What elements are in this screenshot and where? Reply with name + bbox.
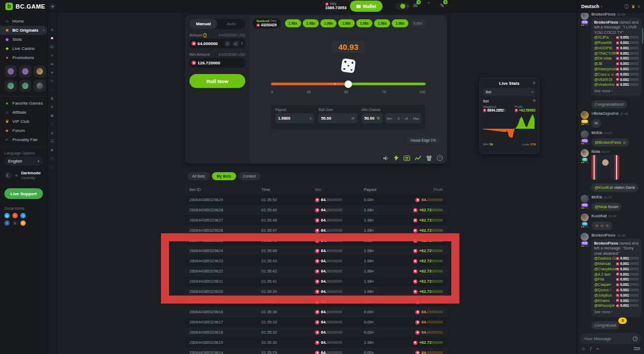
- chat-toggle-button[interactable]: ✎6: [440, 2, 444, 9]
- chat-scrollbar[interactable]: [642, 28, 643, 44]
- rail-game-icon[interactable]: ◇: [50, 156, 54, 161]
- sidebar-item-affiliate[interactable]: ○Affiliate: [0, 108, 47, 117]
- language-select[interactable]: English›: [4, 157, 43, 166]
- help-icon[interactable]: ?: [437, 155, 443, 161]
- sidebar-item-forum[interactable]: ■Forum: [0, 126, 47, 135]
- win-chance-button--5[interactable]: -5: [394, 117, 402, 120]
- rain-recipient-name[interactable]: @Whooopie: [594, 303, 615, 308]
- stats-mode-select[interactable]: Bet›: [483, 88, 536, 96]
- rail-game-icon[interactable]: ▲: [50, 130, 54, 135]
- chat-language-select[interactable]: Deutsch: [581, 4, 599, 9]
- chat-rules-icon[interactable]: ⓘ: [624, 4, 628, 10]
- rail-game-icon[interactable]: ●: [50, 36, 53, 41]
- rain-recipient-name[interactable]: @JB: [594, 61, 602, 67]
- sidebar-collapse-icon[interactable]: [49, 3, 56, 10]
- table-row[interactable]: 26064438532962701:35:4864.00000001.98×+6…: [185, 215, 447, 225]
- rain-recipient-name[interactable]: @Khamo: [594, 298, 610, 304]
- attach-icon[interactable]: ∞: [596, 346, 599, 351]
- gif-keyboard-icon[interactable]: ⌨: [634, 346, 640, 351]
- rain-recipient-name[interactable]: @Qcoco♘: [594, 287, 612, 293]
- rain-recipient-name[interactable]: @JollyBux: [594, 293, 612, 298]
- table-row[interactable]: 26064438532962101:35:4164.00000001.98×+6…: [185, 276, 447, 286]
- avatar[interactable]: [581, 111, 589, 119]
- mention[interactable]: @Nida: [595, 204, 607, 209]
- mention[interactable]: @BrokenFixes: [595, 140, 621, 145]
- wallet-button[interactable]: Wallet: [350, 1, 383, 12]
- table-row[interactable]: 26064438532962901:35:5064.00000000.00×64…: [185, 195, 447, 205]
- rain-recipient-name[interactable]: @VEER15: [594, 77, 612, 83]
- history-multiplier-pill[interactable]: 1.98x: [285, 19, 301, 27]
- hotkeys-icon[interactable]: [404, 156, 410, 161]
- emoji-picker-icon[interactable]: ☺: [581, 346, 586, 351]
- slider-handle[interactable]: [345, 80, 352, 88]
- close-icon[interactable]: ✕: [532, 81, 536, 85]
- rain-recipient-name[interactable]: @Fire: [594, 277, 604, 282]
- table-row[interactable]: 26064438532962301:35:4364.00000001.98×+6…: [185, 256, 447, 266]
- rain-recipient-name[interactable]: @Kwazymoto: [594, 67, 616, 72]
- chat-username[interactable]: Nida: [591, 149, 600, 154]
- win-chance-button-max[interactable]: Max: [411, 117, 421, 120]
- win-chance-button-min[interactable]: Min: [385, 117, 395, 120]
- rail-game-icon[interactable]: ✈: [50, 105, 54, 109]
- table-row[interactable]: 26064438532962601:35:4764.00000001.98×+6…: [185, 225, 447, 235]
- mention[interactable]: @KoolKat: [595, 185, 613, 190]
- rail-game-icon[interactable]: □: [51, 165, 54, 169]
- trophy-icon[interactable]: ♛: [631, 4, 635, 9]
- theme-icon[interactable]: [426, 156, 432, 161]
- game-tile[interactable]: [34, 65, 46, 77]
- rain-recipient-name[interactable]: @Mahsali: [594, 261, 611, 267]
- rain-recipient-name[interactable]: @XLtPix.: [594, 35, 610, 40]
- social-icon[interactable]: ✈: [4, 213, 10, 218]
- trends-icon[interactable]: [415, 156, 421, 161]
- roll-over-input[interactable]: 50.00⇄: [318, 113, 357, 123]
- rain-recipient-name[interactable]: @Coco☺☺☺☺: [594, 72, 616, 77]
- chat-username[interactable]: MrEik: [591, 195, 602, 200]
- avatar[interactable]: [581, 149, 589, 157]
- chat-image-gif[interactable]: [591, 155, 619, 180]
- darkmode-toggle[interactable]: ☾ ☀ DarkmodeCurrently: [0, 166, 47, 185]
- bets-tab-my-bets[interactable]: My Bets: [212, 172, 236, 180]
- table-row[interactable]: 26064438532962801:35:4964.00000001.98×+6…: [185, 205, 447, 215]
- sidebar-item-live-casino[interactable]: ♣Live Casino: [0, 44, 47, 53]
- rain-icon[interactable]: ƒ: [590, 346, 592, 351]
- social-icon[interactable]: B: [20, 220, 26, 226]
- rain-recipient-name[interactable]: @TRACTORGB: [594, 51, 616, 56]
- brand-logo[interactable]: b BC.GAME: [5, 3, 45, 10]
- sidebar-item-provably-fair[interactable]: ✓Provably Fair: [0, 135, 47, 144]
- rail-game-icon[interactable]: ♦: [51, 53, 53, 58]
- rail-game-icon[interactable]: ☆: [50, 122, 54, 127]
- table-row[interactable]: 26064438532962001:35:3964.00000001.98×+6…: [185, 286, 447, 297]
- rain-recipient-name[interactable]: @A 2 tam: [594, 272, 611, 277]
- game-tile[interactable]: [34, 80, 46, 92]
- table-row[interactable]: 26064438532961501:35:3064.00000001.98×+6…: [185, 337, 447, 348]
- history-multiplier-pill[interactable]: 0.00x: [410, 19, 426, 27]
- game-tile[interactable]: [19, 65, 31, 77]
- sidebar-item-bc-originals[interactable]: ★BC Originals›: [0, 26, 47, 35]
- avatar[interactable]: [581, 130, 589, 138]
- history-multiplier-pill[interactable]: 1.98x: [338, 19, 354, 27]
- rail-game-icon[interactable]: ♞: [50, 96, 54, 101]
- rail-game-icon[interactable]: ○: [51, 87, 54, 92]
- history-multiplier-pill[interactable]: 1.98x: [303, 19, 319, 27]
- sidebar-item-favorite-games[interactable]: ●Favorite Games: [0, 99, 47, 108]
- table-row[interactable]: 26064438532961901:35:3864.00000000.00×64…: [185, 297, 447, 307]
- chat-username[interactable]: MrEik: [591, 130, 602, 135]
- win-chance-button-+5[interactable]: +5: [402, 117, 411, 120]
- sidebar-item-home[interactable]: ⌂Home: [0, 17, 47, 26]
- chat-menu-icon[interactable]: ≡: [638, 4, 640, 9]
- bets-tab-contest[interactable]: Contest: [238, 172, 261, 180]
- history-multiplier-pill[interactable]: 1.98x: [320, 19, 336, 27]
- rain-recipient-name[interactable]: @Vinstorino: [594, 82, 614, 87]
- congrats-count-badge[interactable]: 6: [618, 318, 627, 324]
- rain-recipient-name[interactable]: @CrazyMonkey: [594, 267, 616, 272]
- social-icon[interactable]: f: [4, 220, 10, 226]
- double-bet-button[interactable]: x2: [232, 41, 239, 47]
- see-more-link[interactable]: See more ›: [594, 309, 639, 315]
- rail-game-icon[interactable]: ♠: [51, 27, 53, 32]
- messages-button[interactable]: ✉4: [413, 2, 418, 9]
- history-multiplier-pill[interactable]: 1.98x: [374, 19, 390, 27]
- rail-game-icon[interactable]: ⚄: [50, 45, 54, 49]
- social-icon[interactable]: t: [20, 213, 26, 218]
- rail-game-icon[interactable]: ☰: [50, 139, 54, 144]
- game-tile[interactable]: [19, 80, 31, 92]
